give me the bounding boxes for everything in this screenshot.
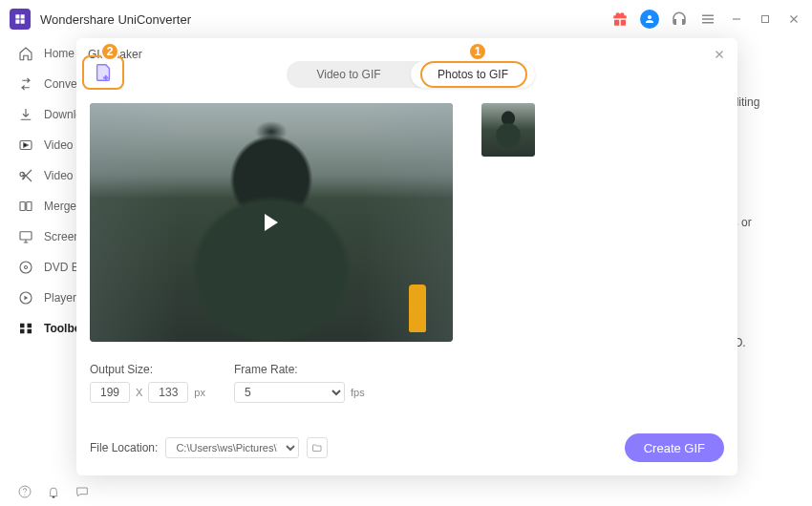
app-logo	[10, 9, 31, 30]
sidebar-item-label: Converter	[44, 77, 76, 91]
user-avatar[interactable]	[640, 10, 659, 29]
sidebar-item-downloader[interactable]: Downloader	[0, 99, 76, 130]
svg-rect-0	[762, 16, 769, 23]
gif-maker-modal: GIF Maker 1 2 Video to GIF Photos to GIF…	[76, 38, 737, 475]
sidebar-item-player[interactable]: Player	[0, 283, 76, 313]
chat-icon[interactable]	[75, 484, 90, 499]
sidebar-item-label: Player	[44, 291, 76, 305]
help-icon[interactable]	[17, 484, 32, 499]
modal-footer: File Location: C:\Users\ws\Pictures\Wond…	[90, 433, 724, 462]
sidebar-item-label: Toolbox	[44, 322, 76, 335]
sidebar-item-dvd-burner[interactable]: DVD Burner	[0, 252, 76, 283]
sidebar-item-home[interactable]: Home	[0, 38, 76, 69]
x-separator: X	[136, 387, 142, 398]
file-location-label: File Location:	[90, 441, 158, 454]
sidebar-item-label: Home	[44, 47, 75, 60]
svg-point-9	[24, 494, 25, 495]
sidebar-item-label: Video Editor	[44, 169, 76, 182]
play-icon[interactable]	[265, 214, 278, 231]
tab-video-to-gif[interactable]: Video to GIF	[287, 61, 411, 88]
sidebar-item-video-editor[interactable]: Video Editor	[0, 160, 76, 191]
close-window-button[interactable]	[785, 11, 802, 28]
frame-rate-select[interactable]: 5	[234, 382, 345, 403]
app-title: Wondershare UniConverter	[40, 12, 191, 27]
svg-rect-4	[20, 232, 32, 240]
sidebar-item-screen-recorder[interactable]: Screen Recorder	[0, 221, 76, 252]
step-badge-1: 1	[468, 42, 487, 61]
sidebar-item-video-compressor[interactable]: Video Compressor	[0, 130, 76, 160]
highlight-add-button	[82, 55, 124, 90]
sidebar-item-label: Screen Recorder	[44, 230, 76, 243]
svg-point-5	[20, 262, 32, 273]
thumbnail-1[interactable]	[481, 103, 535, 157]
sidebar-item-label: Downloader	[44, 108, 76, 121]
headset-icon[interactable]	[671, 11, 688, 28]
height-input[interactable]	[148, 382, 188, 403]
sidebar: Home Converter Downloader Video Compress…	[0, 38, 76, 477]
fps-unit: fps	[351, 387, 365, 398]
bottombar	[0, 477, 812, 506]
preview-decoration	[409, 285, 426, 332]
sidebar-item-label: Merger	[44, 200, 76, 213]
file-location-select[interactable]: C:\Users\ws\Pictures\Wondersh	[165, 437, 299, 458]
close-icon[interactable]	[711, 46, 728, 63]
px-unit: px	[194, 387, 205, 398]
menu-icon[interactable]	[699, 11, 716, 28]
sidebar-item-converter[interactable]: Converter	[0, 69, 76, 99]
sidebar-item-toolbox[interactable]: Toolbox	[0, 313, 76, 344]
bell-icon[interactable]	[46, 484, 61, 499]
step-badge-2: 2	[100, 42, 119, 61]
maximize-button[interactable]	[757, 11, 774, 28]
browse-folder-button[interactable]	[307, 437, 328, 458]
controls-row: Output Size: X px Frame Rate: 5 fps	[90, 363, 365, 403]
highlight-photos-tab	[420, 61, 527, 88]
svg-rect-3	[27, 202, 32, 211]
minimize-button[interactable]	[728, 11, 745, 28]
sidebar-item-merger[interactable]: Merger	[0, 191, 76, 221]
width-input[interactable]	[90, 382, 130, 403]
frame-rate-label: Frame Rate:	[234, 363, 365, 376]
titlebar: Wondershare UniConverter	[0, 0, 812, 38]
create-gif-button[interactable]: Create GIF	[625, 433, 724, 462]
sidebar-item-label: DVD Burner	[44, 261, 76, 274]
output-size-label: Output Size:	[90, 363, 205, 376]
preview-pane	[90, 103, 453, 342]
svg-point-6	[25, 266, 28, 269]
sidebar-item-label: Video Compressor	[44, 138, 76, 152]
gift-icon[interactable]	[611, 11, 629, 28]
svg-rect-2	[20, 202, 25, 211]
